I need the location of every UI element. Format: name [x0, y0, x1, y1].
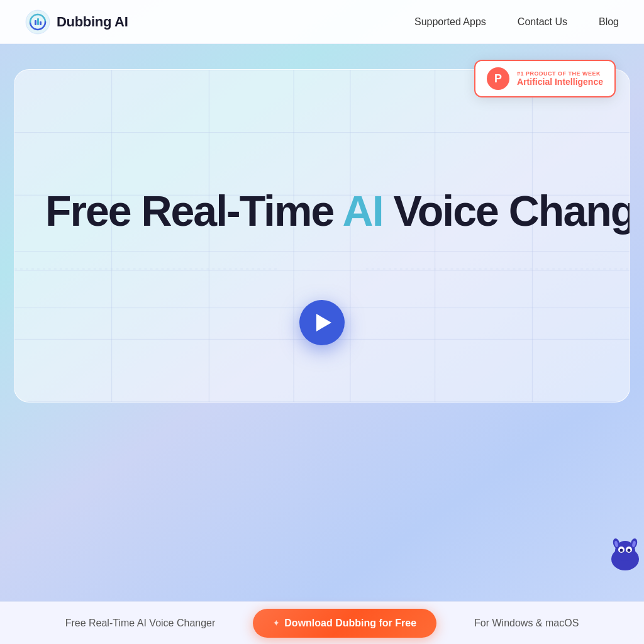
svg-rect-4: [40, 21, 42, 25]
hero-title-part1: Free Real-Time: [45, 187, 343, 235]
hero-title: Free Real-Time AI Voice Changer: [45, 187, 599, 235]
hero-title-ai: AI: [343, 187, 383, 235]
cta-right-text: For Windows & macOS: [474, 618, 579, 629]
logo-text: Dubbing AI: [57, 14, 128, 30]
main-content: Free Real-Time AI Voice Changer: [0, 44, 644, 644]
mascot-icon: [606, 537, 644, 575]
mascot: [606, 537, 644, 575]
nav-contact-us[interactable]: Contact Us: [518, 16, 567, 28]
nav-supported-apps[interactable]: Supported Apps: [414, 16, 486, 28]
video-section: Free Real-Time AI Voice Changer: [0, 44, 644, 402]
nav-links: Supported Apps Contact Us Blog: [414, 16, 619, 28]
play-icon: [316, 314, 331, 331]
hero-text: Free Real-Time AI Voice Changer: [45, 187, 599, 235]
svg-point-27: [620, 549, 623, 552]
cta-left-text: Free Real-Time AI Voice Changer: [65, 618, 216, 629]
navbar: Dubbing AI Supported Apps Contact Us Blo…: [0, 0, 644, 44]
svg-rect-3: [37, 18, 39, 25]
producthunt-icon: P: [487, 67, 509, 90]
ph-rank: #1 PRODUCT OF THE WEEK: [517, 70, 603, 77]
ph-text-block: #1 PRODUCT OF THE WEEK Artificial Intell…: [517, 70, 603, 87]
svg-point-28: [628, 549, 631, 552]
play-button[interactable]: [299, 300, 345, 345]
logo-area: Dubbing AI: [25, 9, 414, 35]
hero-title-part2: Voice Changer: [383, 187, 630, 235]
nav-blog[interactable]: Blog: [599, 16, 619, 28]
grid-overlay: [14, 70, 630, 402]
cta-bar: Free Real-Time AI Voice Changer Download…: [0, 601, 644, 644]
video-card: Free Real-Time AI Voice Changer: [14, 69, 630, 402]
product-hunt-badge[interactable]: P #1 PRODUCT OF THE WEEK Artificial Inte…: [474, 60, 616, 97]
download-dubbing-button[interactable]: Download Dubbing for Free: [253, 609, 436, 638]
logo-icon: [25, 9, 50, 35]
svg-rect-2: [35, 20, 36, 25]
ph-letter: P: [494, 72, 502, 86]
ph-category: Artificial Intelligence: [517, 77, 603, 87]
